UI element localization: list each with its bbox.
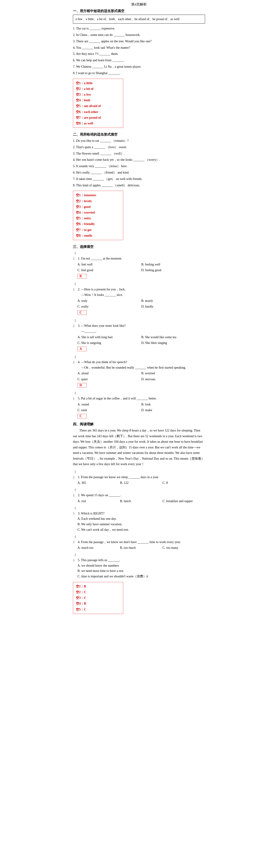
- section2-questions: 1. Do you like to eat _______ （tomato）? …: [73, 138, 205, 188]
- option-d: D. hardly: [141, 304, 205, 309]
- option-b: B. 122: [120, 480, 162, 486]
- option-b: B. She would like some tea: [141, 335, 205, 340]
- answer-item: 空3：C: [76, 595, 120, 601]
- question-number: 4.: [78, 540, 81, 544]
- mc-options: A. rest B. lunch C. breakfast and supper: [78, 498, 205, 504]
- question-stem: （ ） 2. —Here is a present for you，Jack.: [73, 281, 205, 292]
- list-item: 3. The flowers smell _______ （well）.: [73, 151, 205, 156]
- question-number: 5.: [78, 558, 81, 562]
- list-item: 8. This kind of apples _______ （smell） d…: [73, 183, 205, 188]
- mc-answer: C: [78, 310, 87, 315]
- list-item: 6. We can help and learn from _______.: [73, 58, 205, 63]
- answer-item: 空5：am afraid of: [76, 103, 120, 109]
- list-item: 6. He's really _______ （friend） and kind…: [73, 170, 205, 175]
- question-stem: （ ） 4. From the passage，we know we don't…: [73, 534, 205, 545]
- mc-options: A. aloud B. worried C. quiet D. nervous: [78, 371, 205, 382]
- list-item: 3. There are _______ apples on the tree.…: [73, 39, 205, 44]
- answer-item: 空7：are proud of: [76, 115, 120, 121]
- list-item: 1. Do you like to eat _______ （tomato）?: [73, 138, 205, 144]
- mc-question-3: （ ） 3. —What does your sister look like?…: [73, 318, 205, 352]
- option-a: A. we should know the numbers: [78, 563, 205, 568]
- question-number: 2.: [78, 493, 81, 497]
- question-text: —Here is a present for you，Jack.: [81, 288, 125, 291]
- section4-answers: 空1：B 空2：C 空3：C 空4：B 空5：C: [73, 582, 123, 614]
- answer-item: 空6：friendly: [76, 221, 120, 227]
- section1-questions: 1. The car is _______ expensive. 2. In C…: [73, 26, 205, 76]
- page-title: 第4页解析: [73, 2, 205, 7]
- mc-answer: B: [78, 274, 87, 279]
- option-c: C. really: [78, 304, 141, 309]
- question-stem: （ ） 3. Which is RIGHT?: [73, 505, 205, 516]
- question-stem: （ ） 1. I'm not _______ at the moment.: [73, 250, 205, 261]
- paren: （ ）: [73, 487, 77, 498]
- option-c: C. 8: [162, 480, 205, 486]
- question-text: This passage tells us _______.: [81, 558, 120, 562]
- paren: （ ）: [73, 354, 77, 365]
- reading-passage: There are 365 days in a year. We sleep 8…: [73, 428, 205, 467]
- option-c: C. She is outgoing: [78, 340, 141, 346]
- mc-options-list: A. Each weekend has one day. B. We only …: [78, 516, 205, 532]
- question-text: From the passage，we know we don't have _…: [81, 540, 181, 544]
- option-c: C. time is important and we shouldn't wa…: [78, 574, 205, 579]
- section1-title: 一、用方框中短语的适当形式填空: [73, 9, 205, 13]
- option-c: C. too many: [162, 545, 205, 551]
- mc-options: A. truly B. nearly C. really D. hardly: [78, 298, 205, 310]
- answer-item: 空1：tomatoes: [76, 192, 120, 198]
- answer-item: 空2：lovely: [76, 198, 120, 204]
- reading-question-4: （ ） 4. From the passage，we know we don't…: [73, 534, 205, 551]
- answer-item: 空3：a few: [76, 92, 120, 97]
- question-number: 3.: [78, 324, 81, 328]
- section1-hint: a few、a little、a bit of、both、each other、…: [73, 14, 205, 24]
- option-c: C. feel good: [78, 268, 141, 273]
- option-a: A. feel well: [78, 262, 141, 267]
- question-text: —What does your sister look like?: [81, 324, 126, 328]
- answer-item: 空4：worried: [76, 210, 120, 215]
- list-item: 4. You _______ look sad. What's the matt…: [73, 45, 205, 51]
- answer-item: 空8：as well: [76, 121, 120, 126]
- question-number: 3.: [78, 512, 81, 515]
- option-b: B. feeling well: [141, 262, 205, 267]
- mc-options: A. 365 B. 122 C. 8: [78, 480, 205, 486]
- answer-item: 空5：noisy: [76, 215, 120, 221]
- option-b: B. we need more time to have a rest: [78, 568, 205, 574]
- section1: 一、用方框中短语的适当形式填空 a few、a little、a bit of、…: [73, 9, 205, 130]
- option-a: A. 365: [78, 480, 120, 486]
- list-item: 4. Her son hasn't come back yet，so she l…: [73, 157, 205, 162]
- mc-answer: A: [78, 347, 87, 351]
- paren: （ ）: [73, 534, 77, 545]
- answer-item: 空2：C: [76, 589, 120, 595]
- answer-item: 空1：B: [76, 584, 120, 589]
- option-d: D. She likes singing: [141, 340, 205, 346]
- question-stem: （ ） 4. —What do you think of his speech?: [73, 354, 205, 365]
- section4: 四、阅读理解 There are 365 days in a year. We …: [73, 422, 205, 616]
- reading-question-1: （ ） 1. From the passage we know we sleep…: [73, 469, 205, 486]
- option-a: A. She is tall with long hair: [78, 335, 141, 340]
- section2-title: 二、用所给词的适当形式填空: [73, 132, 205, 137]
- option-a: A. sound: [78, 402, 141, 407]
- question-number: 1.: [78, 257, 81, 260]
- answer-item: 空8：smells: [76, 233, 120, 239]
- paren: （ ）: [73, 318, 77, 329]
- option-a: A. aloud: [78, 371, 141, 376]
- section2-answers: 空1：tomatoes 空2：lovely 空3：good 空4：worried…: [73, 191, 123, 240]
- mc-options-list: A. we should know the numbers B. we need…: [78, 563, 205, 579]
- mc-options: A. much too B. too much C. too many: [78, 545, 205, 551]
- paren: （ ）: [73, 281, 77, 292]
- option-b: B. nearly: [141, 298, 205, 304]
- option-d: D. feeling good: [141, 268, 205, 273]
- paren: （ ）: [73, 505, 77, 516]
- question-stem-line2: —Wow！It looks _______ nice.: [81, 292, 205, 298]
- answer-item: 空2：a bit of: [76, 86, 120, 92]
- mc-options: A. She is tall with long hair B. She wou…: [78, 335, 205, 346]
- question-stem: （ ） 1. From the passage we know we sleep…: [73, 469, 205, 480]
- answer-item: 空6：each other: [76, 109, 120, 115]
- option-b: B. look: [141, 402, 205, 407]
- option-d: D. make: [141, 407, 205, 413]
- question-stem: （ ） 5. Put a bit of sugar in the coffee，…: [73, 390, 205, 401]
- question-stem-line2: —Oh，wonderful. But he sounded really ___…: [81, 365, 205, 370]
- list-item: 8. I want to go to Shanghai _______.: [73, 70, 205, 76]
- option-b: B. We only have summer vacation.: [78, 522, 205, 527]
- mc-answer: D: [78, 383, 87, 388]
- question-text: I'm not _______ at the moment.: [81, 257, 122, 260]
- question-stem: （ ） 5. This passage tells us _______.: [73, 552, 205, 563]
